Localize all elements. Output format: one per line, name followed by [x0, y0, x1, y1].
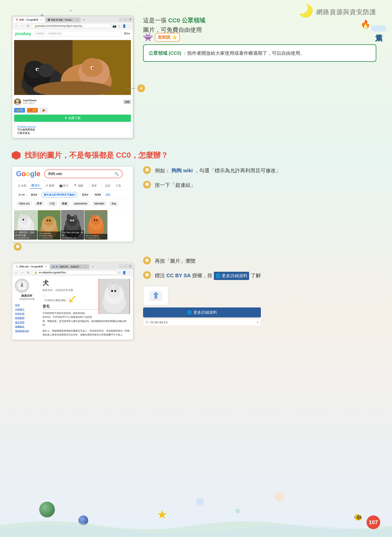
tag-xiaowan[interactable]: 小浣 [47, 201, 57, 206]
wiki-maximize[interactable]: □ [124, 265, 127, 268]
nav-images[interactable]: 🖼 圖片 [29, 183, 42, 189]
teacher-content-text: ：指作者開放給大家使用或著作權過期了，可以自由使用。 [182, 50, 305, 56]
tab-close-2[interactable]: ✕ [76, 19, 78, 21]
cc0-definition-highlight: 公眾領域 (CC0) [149, 50, 181, 56]
wiki-tab-close-2[interactable]: ✕ [85, 265, 87, 268]
svg-point-7 [38, 64, 54, 77]
wiki-refresh[interactable]: ↻ [26, 270, 30, 275]
cc-dropdown-icon: ▾ [257, 321, 258, 324]
cc-badge[interactable]: Ⓒ CC BY-SA 3.0 ▾ [143, 319, 261, 326]
google-nav: Q 全部 🖼 圖片 🗞 新聞 🎬 影片 📍 地圖 ⋮ 更多 設定 工具 [12, 181, 133, 190]
tag-claire[interactable]: claire yiu [16, 201, 32, 206]
wiki-nav-categories[interactable]: 分類索引 [15, 308, 39, 311]
address-bar[interactable]: 🔒 pixabay.com/zh/photos/dog-figure-dog-d… [32, 24, 111, 28]
svg-point-29 [47, 220, 48, 221]
filter-time[interactable]: 時間▾ [93, 192, 103, 198]
more-details-section: 🌐 更多詳細資料 Ⓒ CC BY-SA 3.0 ▾ [143, 286, 261, 326]
tag-panoramio[interactable]: panoramio [71, 201, 90, 206]
grid-image-1[interactable]: 犬 - 維基百科，自由的百科全書 zh.wikipedia.org [14, 210, 37, 240]
filter-color[interactable]: 顏色▾ [29, 192, 40, 198]
tag-liqu[interactable]: 麗趣 [59, 201, 70, 206]
filter-size[interactable]: 大小▾ [16, 192, 27, 198]
forward-button[interactable]: → [20, 24, 24, 28]
nav-all[interactable]: Q 全部 [16, 183, 28, 189]
new-tab-button[interactable]: + [81, 17, 87, 23]
wiki-tabs: 🔍 狗狗 wiki - Google搜尋 ✕ W 犬 - 維基百科，自由的百科全… [12, 263, 133, 269]
wiki-sidebar-title: 維基百科 [15, 294, 39, 298]
wiki-tab-close-1[interactable]: ✕ [45, 265, 47, 268]
callout-2-circle: ❷ [14, 243, 22, 251]
tab-pixabay[interactable]: 🖼 狗圖 狗 狗籃 - Pixabay上的... ✕ [45, 18, 80, 22]
filter-clear[interactable]: 清除 [105, 193, 110, 197]
more-details-button[interactable]: 🌐 更多詳細資料 [143, 307, 261, 318]
section-2-heading: 找到的圖片，不是每張都是 CC0，怎麼辦？ [12, 150, 376, 160]
tab-google-search[interactable]: 🐕 狗狗 - Google搜尋 ✕ [13, 17, 45, 23]
more-details-icon: 🌐 [187, 310, 192, 315]
address-text: pixabay.com/zh/photos/dog-figure-dog-dog… [37, 24, 84, 27]
wiki-forward[interactable]: → [20, 270, 24, 275]
wiki-new-tab[interactable]: + [90, 264, 96, 269]
wiki-back[interactable]: ← [14, 270, 19, 275]
wiki-tab-google[interactable]: 🔍 狗狗 wiki - Google搜尋 ✕ [13, 264, 49, 269]
more-details-inline-btn[interactable]: 🌐 更多詳細資料 [214, 272, 249, 280]
wiki-content: ⊕ W 維基百科 自由的百科全書 首頁 [12, 276, 133, 340]
svg-point-45 [92, 215, 95, 219]
wiki-nav-home[interactable]: 首頁 [15, 304, 39, 307]
tag-dog[interactable]: dog [109, 201, 119, 206]
search-input-box[interactable]: 狗狗 wiki 🔍 [44, 170, 123, 178]
svg-point-14 [92, 67, 93, 69]
wiki-toolbar: ☆ 👤 ⋮ [118, 271, 131, 275]
nav-maps[interactable]: 📍 地圖 [71, 183, 85, 189]
tab-close-1[interactable]: ✕ [40, 19, 42, 21]
license-link[interactable]: Pixabay License [17, 125, 128, 128]
nav-news[interactable]: 🗞 新聞 [43, 183, 56, 189]
cc-icon: Ⓒ [146, 320, 149, 324]
close-window-button[interactable]: ✕ [128, 18, 132, 21]
tag-labrador[interactable]: labrador [92, 201, 107, 206]
wiki-nav-portals[interactable]: 隨機條目 [15, 325, 39, 328]
follow-button[interactable]: 追蹤 [123, 100, 131, 104]
maximize-button[interactable]: □ [124, 18, 127, 21]
star-icon: ☆ [118, 24, 121, 28]
filter-active-usage[interactable]: 標示為允許再利用且可修改▾ [42, 192, 78, 198]
action-buttons: 👍 53 📌 22 📤 [12, 107, 133, 114]
wiki-nav-featured[interactable]: 特色內容 [15, 312, 39, 315]
menu-icon: ⋮ [128, 24, 131, 28]
minimize-button[interactable]: ─ [119, 18, 123, 21]
wiki-tab-wikipedia[interactable]: W 犬 - 維基百科，自由的百科全書 ✕ [50, 264, 89, 269]
wiki-close[interactable]: ✕ [128, 265, 132, 268]
nav-videos[interactable]: 🎬 影片 [57, 183, 71, 189]
wiki-nav-news[interactable]: 新聞動態 [15, 316, 39, 320]
star-decoration-4: ✦ [137, 6, 140, 10]
download-button[interactable]: ⬇ 免費下載 [14, 114, 131, 122]
img4-label: File:Tri-colore... zh.wikipedia.org [84, 234, 107, 240]
step-4: ❹ 標注 CC BY SA 授權，按 🌐 更多詳細資料 了解 [143, 271, 261, 280]
tag-general[interactable]: 將軍 [34, 201, 45, 206]
filter-type[interactable]: 類型▾ [80, 192, 91, 198]
pixabay-search-input[interactable]: 搜索圖片、矢量圖和視頻 [34, 31, 121, 36]
svg-point-16 [16, 99, 19, 102]
pixabay-header: pixabay 搜索圖片、矢量圖和視頻 照片▾ [12, 29, 133, 38]
like-button[interactable]: 👍 53 [14, 108, 25, 113]
grid-image-2[interactable]: File:Labrador Retriever-hola ... zh.wiki… [38, 210, 61, 240]
svg-point-35 [70, 220, 72, 221]
user-name: Capri23auto [23, 99, 121, 102]
wiki-nav-donations[interactable]: 資助維基百科 [15, 329, 39, 333]
pin-button[interactable]: 📌 22 [27, 108, 38, 113]
tab-label-1: 狗狗 - Google搜尋 [19, 18, 38, 22]
wiki-minimize[interactable]: ─ [119, 265, 123, 268]
main-content: 🐕 狗狗 - Google搜尋 ✕ 🖼 狗圖 狗 狗籃 - Pixabay上的.… [12, 16, 376, 340]
wiki-address[interactable]: 🔒 en.wikipedia.org/wiki/Dice... [32, 271, 117, 275]
google-browser: Google 狗狗 wiki 🔍 Q 全部 🖼 圖片 🗞 新聞 🎬 影片 📍 地… [12, 166, 133, 251]
wiki-nav-changes[interactable]: 最近更新 [15, 321, 39, 324]
share-button[interactable]: 📤 [40, 108, 47, 113]
refresh-button[interactable]: ↻ [26, 24, 30, 28]
nav-more[interactable]: ⋮ 更多 [86, 183, 99, 189]
step-1: ❶ 例如： 狗狗 wiki ，勾選「標示為允許再利用且可修改」 [143, 166, 281, 175]
nav-settings[interactable]: 設定 [103, 183, 112, 189]
nav-tools[interactable]: 工具 [113, 183, 123, 189]
grid-image-4[interactable]: File:Tri-colore... zh.wikipedia.org [84, 210, 107, 240]
grid-image-3[interactable]: File:Stary pies.jpg · 維基... zh.wikipedia… [61, 210, 84, 240]
step-4-num: ❹ [143, 271, 151, 279]
back-button[interactable]: ← [14, 24, 19, 28]
